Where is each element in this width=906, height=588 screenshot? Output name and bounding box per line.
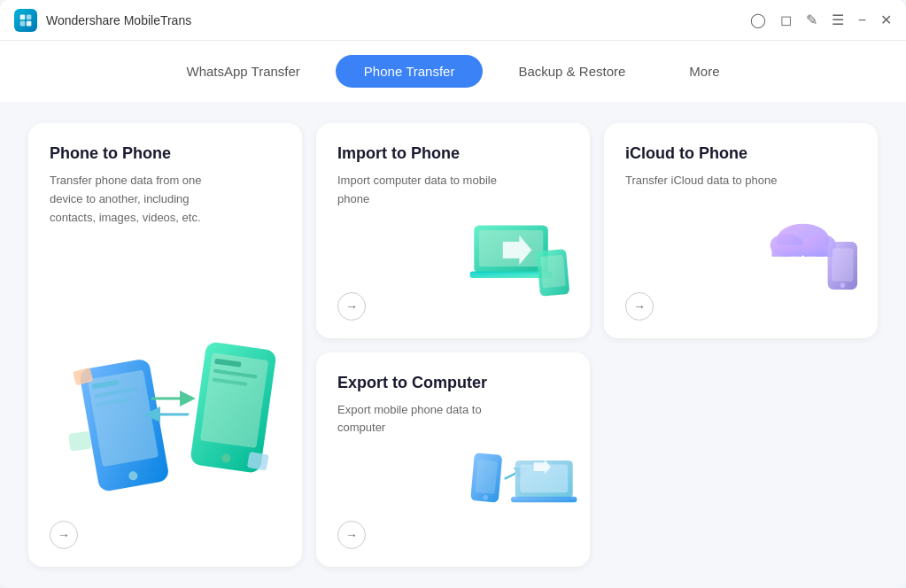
card-phone-to-phone[interactable]: Phone to Phone Transfer phone data from … [28,123,302,567]
export-illustration [466,434,581,531]
tab-more[interactable]: More [661,55,747,88]
window-icon[interactable]: ◻ [780,13,792,27]
card-import-desc: Import computer data to mobile phone [337,172,515,209]
close-icon[interactable]: ✕ [880,13,892,27]
svg-rect-1 [27,14,32,19]
svg-rect-3 [27,20,32,26]
menu-icon[interactable]: ☰ [832,13,844,27]
card-import-arrow[interactable]: → [337,292,366,321]
card-export-to-computer[interactable]: Export to Computer Export mobile phone d… [316,352,590,568]
svg-rect-27 [771,244,834,256]
title-bar: Wondershare MobileTrans ◯ ◻ ✎ ☰ − ✕ [0,0,906,41]
main-content: Phone to Phone Transfer phone data from … [0,102,906,588]
svg-rect-37 [511,497,577,503]
svg-rect-0 [20,14,26,19]
card-icloud-to-phone[interactable]: iCloud to Phone Transfer iCloud data to … [604,123,878,338]
svg-point-31 [840,282,846,288]
svg-rect-23 [540,254,566,287]
tab-phone[interactable]: Phone Transfer [336,55,484,88]
card-export-arrow[interactable]: → [337,521,366,549]
svg-rect-2 [20,20,26,26]
card-icloud-arrow[interactable]: → [625,292,654,321]
svg-rect-30 [832,248,853,281]
card-icloud-title: iCloud to Phone [625,144,856,163]
icloud-illustration [754,205,869,303]
app-window: Wondershare MobileTrans ◯ ◻ ✎ ☰ − ✕ What… [0,0,906,588]
app-logo [14,9,37,32]
profile-icon[interactable]: ◯ [750,13,766,27]
svg-rect-18 [68,431,92,452]
card-phone-to-phone-desc: Transfer phone data from one device to a… [50,172,227,227]
edit-icon[interactable]: ✎ [806,13,817,27]
tab-whatsapp[interactable]: WhatsApp Transfer [158,55,328,88]
phone-to-phone-illustration [55,319,293,514]
card-icloud-desc: Transfer iCloud data to phone [625,172,802,190]
card-export-desc: Export mobile phone data to computer [337,401,515,438]
card-import-to-phone[interactable]: Import to Phone Import computer data to … [316,123,590,338]
card-phone-to-phone-arrow[interactable]: → [50,521,78,549]
window-controls: ◯ ◻ ✎ ☰ − ✕ [750,13,892,27]
card-export-title: Export to Computer [337,374,569,392]
svg-rect-17 [247,452,269,471]
svg-rect-33 [475,460,497,494]
app-title: Wondershare MobileTrans [46,13,750,27]
tab-backup[interactable]: Backup & Restore [490,55,654,88]
nav-bar: WhatsApp Transfer Phone Transfer Backup … [0,41,906,102]
minimize-icon[interactable]: − [858,13,866,27]
import-illustration [466,205,581,303]
card-import-title: Import to Phone [337,144,569,163]
card-phone-to-phone-title: Phone to Phone [50,144,281,163]
